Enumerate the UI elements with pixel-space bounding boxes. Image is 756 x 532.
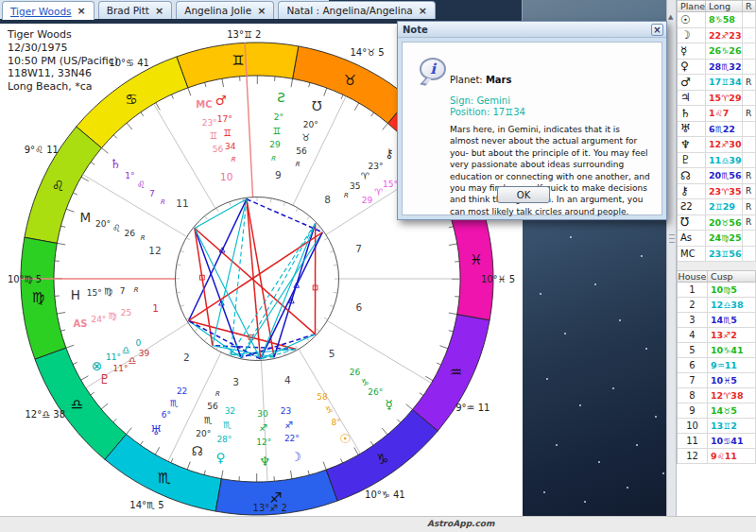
column-header-cusp[interactable]: Cusp [708,271,756,282]
zodiac-sign-glyph: ♓ [470,251,482,268]
svg-text:6°: 6° [162,410,171,420]
ok-button[interactable]: OK [497,186,550,203]
house-row-1[interactable]: 110♍5 [678,283,756,298]
cusp-degree-label-2: 12°♎ 38 [25,409,65,420]
tab-close-icon[interactable]: × [419,6,427,16]
house-number: 4 [678,328,708,342]
wheel-point-haumea[interactable]: H [71,287,80,302]
planet-row-pluto[interactable]: ♇11♎39 [678,153,756,169]
wheel-point-pluto[interactable]: ♇ [99,371,111,386]
splitter-collapse-arrow-icon[interactable]: ▲ [668,13,673,21]
planet-row-south-node[interactable]: ℧20♉56R [678,215,756,232]
star-dot [612,387,614,389]
planet-row-jupiter[interactable]: ♃15♈29 [678,91,756,107]
planet-row-uranus[interactable]: ♅6♏22 [678,122,756,138]
house-row-9[interactable]: 914♉5 [678,403,756,419]
svg-text:15°: 15° [87,288,102,298]
planet-longitude: 1♌7 [709,108,729,118]
note-dialog-titlebar[interactable]: Note × [398,22,666,38]
panel-splitter[interactable]: ▲ [666,0,677,516]
tab-close-icon[interactable]: × [77,6,86,16]
svg-text:♐: ♐ [284,420,293,430]
cusp-degree-label-12: 9°♌ 11 [25,145,59,155]
wheel-point-ascendant[interactable]: AS [74,318,88,329]
tab-label: Brad Pitt [107,5,149,16]
house-row-8[interactable]: 812♈38 [678,388,756,403]
planet-longitude: 20♏56 [709,170,742,180]
retrograde-flag [743,247,756,262]
house-cusp-value: 10♓5 [711,375,737,386]
wheel-point-sun[interactable]: ☉ [339,431,351,446]
planet-row-venus[interactable]: ♀28♏32 [678,60,756,76]
house-row-2[interactable]: 212♎38 [678,298,756,313]
planet-row-mars[interactable]: ♂17♊34R [678,75,756,91]
wheel-point-mars[interactable]: ♂ [215,93,227,108]
tab-natal-angelina-angelina[interactable]: Natal : Angelina/Angelina× [278,1,436,19]
tab-label: Tiger Woods [10,6,72,17]
wheel-point-venus[interactable]: ♀ [215,450,225,465]
house-row-10[interactable]: 1013♊2 [678,419,756,434]
star-dot [594,283,596,285]
wheel-point-midheaven[interactable]: MC [196,99,212,110]
wheel-point-neptune[interactable]: ♆ [259,454,270,469]
house-row-12[interactable]: 129♌11 [678,449,756,464]
close-icon[interactable]: × [651,24,663,36]
retrograde-mark: R [271,155,277,163]
star-dot [619,319,621,321]
wheel-point-mercury[interactable]: ☿ [386,397,393,412]
star-dot [645,348,647,350]
planet-glyph: ♇ [678,153,706,168]
planet-row-chiron[interactable]: ⚷23♈35R [678,184,756,200]
house-row-11[interactable]: 1110♋41 [678,434,756,449]
wheel-point-north-node[interactable]: ☊ [192,443,203,458]
svg-text:25: 25 [121,308,131,317]
tab-tiger-woods[interactable]: Tiger Woods× [2,1,94,20]
cusp-degree-label-10: 13°♊ 2 [227,29,261,40]
tab-brad-pitt[interactable]: Brad Pitt× [98,1,172,19]
wheel-point-south-node[interactable]: ℧ [312,98,321,113]
planet-row-neptune[interactable]: ♆12♐30 [678,137,756,153]
planet-glyph: ℧ [678,215,706,231]
house-row-6[interactable]: 69♒11 [678,358,756,373]
status-footer: AstroApp.com [0,516,756,532]
planet-row-north-node[interactable]: ☊20♏56R [678,168,756,184]
planet-row-moon[interactable]: ☽22♐23 [678,28,756,44]
wheel-point-uranus[interactable]: ♅ [150,422,162,438]
column-header-r[interactable]: R [743,1,756,11]
house-row-3[interactable]: 314♏5 [678,313,756,328]
house-row-4[interactable]: 413♐2 [678,328,756,343]
house-cusp-value: 12♈38 [711,390,744,401]
house-row-7[interactable]: 710♓5 [678,373,756,388]
column-header-house[interactable]: House [678,271,708,282]
star-dot [662,472,664,474]
svg-text:26: 26 [350,368,361,377]
house-number: 1 [678,283,708,297]
svg-text:0: 0 [135,338,141,348]
planet-row-mercury[interactable]: ☿26♑26 [678,43,756,60]
splitter-grip[interactable] [669,234,675,243]
planet-row-sun[interactable]: ☉8♑58 [678,12,756,28]
tab-angelina-jolie[interactable]: Angelina Jolie× [176,1,274,19]
house-table: HouseCusp110♍5212♎38314♏5413♐2510♑4169♒1… [677,270,756,464]
column-header-long[interactable]: Long [706,1,743,11]
watermark: AstroApp.com [427,519,494,528]
tab-close-icon[interactable]: × [155,6,163,16]
wheel-point-makemake[interactable]: M [79,210,91,225]
wheel-point-saturn[interactable]: ♄ [110,156,121,171]
house-row-5[interactable]: 510♑41 [678,343,756,358]
svg-text:23°: 23° [202,118,217,128]
planet-glyph: ♂ [678,75,706,90]
planet-row-ascendant[interactable]: As24♍25 [678,231,756,247]
wheel-point-moon[interactable]: ☽ [290,449,301,464]
star-dot [543,491,545,493]
house-cusp-value: 12♎38 [711,300,744,310]
planet-row-point-s2[interactable]: Ƨ22♊29R [678,199,756,215]
planet-row-saturn[interactable]: ♄1♌7R [678,106,756,122]
wheel-point-point-s2[interactable]: Ƨ [277,90,285,105]
column-header-planet[interactable]: Planet [678,1,706,11]
wheel-point-chiron[interactable]: ⚷ [385,146,394,161]
tab-close-icon[interactable]: × [257,6,266,16]
planet-row-midheaven[interactable]: MC23♊56 [678,247,756,263]
svg-text:17°: 17° [217,114,232,124]
wheel-point-fortune[interactable]: ⊗ [92,358,102,373]
